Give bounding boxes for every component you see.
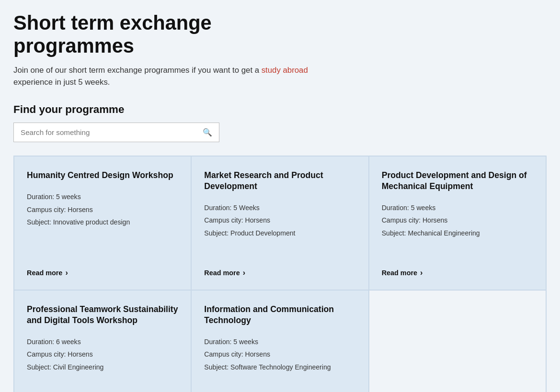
card-title: Information and Communication Technology [204, 304, 355, 326]
card-content: Humanity Centred Design Workshop Duratio… [27, 170, 178, 238]
search-input[interactable] [21, 128, 203, 136]
read-more-label: Read more [382, 269, 417, 277]
chevron-right-icon: › [243, 269, 245, 277]
card-meta: Duration: 5 weeks Campus city: Horsens S… [382, 202, 533, 240]
programme-card-6 [369, 290, 546, 392]
page-subtitle: Join one of our short term exchange prog… [13, 64, 339, 88]
card-subject: Subject: Innovative product design [27, 216, 178, 229]
programme-card-4: Professional Teamwork Sustainability and… [14, 290, 191, 392]
card-subject: Subject: Product Development [204, 227, 355, 240]
programme-grid: Humanity Centred Design Workshop Duratio… [13, 156, 547, 392]
programme-card-3: Product Development and Design of Mechan… [369, 156, 546, 290]
chevron-right-icon: › [65, 269, 68, 277]
card-campus: Campus city: Horsens [204, 214, 355, 227]
chevron-right-icon: › [420, 269, 423, 277]
card-content: Market Research and Product Development … [204, 170, 355, 249]
card-title: Market Research and Product Development [204, 170, 355, 192]
card-content: Professional Teamwork Sustainability and… [27, 304, 178, 383]
card-content: Information and Communication Technology… [204, 304, 355, 383]
card-duration: Duration: 5 weeks [382, 202, 533, 214]
card-duration: Duration: 5 Weeks [204, 202, 355, 214]
subtitle-text-1: Join one of our short term exchange prog… [13, 66, 262, 75]
subtitle-text-2: experience in just 5 weeks. [13, 78, 110, 87]
card-campus: Campus city: Horsens [27, 203, 178, 216]
subtitle-link[interactable]: study abroad [262, 66, 308, 75]
card-subject: Subject: Mechanical Engineering [382, 227, 533, 240]
card-campus: Campus city: Horsens [27, 348, 178, 361]
read-more-label: Read more [27, 269, 62, 277]
programme-card-2: Market Research and Product Development … [191, 156, 368, 290]
card-duration: Duration: 5 weeks [204, 336, 355, 348]
card-title: Product Development and Design of Mechan… [382, 170, 533, 192]
card-meta: Duration: 6 weeks Campus city: Horsens S… [27, 336, 178, 374]
card-content: Product Development and Design of Mechan… [382, 170, 533, 249]
card-title: Humanity Centred Design Workshop [27, 170, 178, 181]
page-title: Short term exchange programmes [13, 11, 310, 57]
card-subject: Subject: Software Technology Engineering [204, 361, 355, 374]
card-campus: Campus city: Horsens [382, 214, 533, 227]
read-more-label: Read more [204, 269, 240, 277]
card-campus: Campus city: Horsens [204, 348, 355, 361]
find-programme-heading: Find your programme [13, 103, 547, 116]
read-more-link[interactable]: Read more › [27, 269, 178, 277]
programme-card-5: Information and Communication Technology… [191, 290, 368, 392]
programme-card-1: Humanity Centred Design Workshop Duratio… [14, 156, 191, 290]
card-title: Professional Teamwork Sustainability and… [27, 304, 178, 326]
search-bar: 🔍 [13, 123, 219, 142]
search-icon[interactable]: 🔍 [203, 128, 212, 137]
card-meta: Duration: 5 weeks Campus city: Horsens S… [27, 190, 178, 229]
card-meta: Duration: 5 weeks Campus city: Horsens S… [204, 336, 355, 374]
card-duration: Duration: 6 weeks [27, 336, 178, 348]
read-more-link[interactable]: Read more › [382, 269, 533, 277]
read-more-link[interactable]: Read more › [204, 269, 355, 277]
card-duration: Duration: 5 weeks [27, 190, 178, 203]
card-subject: Subject: Civil Engineering [27, 361, 178, 374]
card-meta: Duration: 5 Weeks Campus city: Horsens S… [204, 202, 355, 240]
